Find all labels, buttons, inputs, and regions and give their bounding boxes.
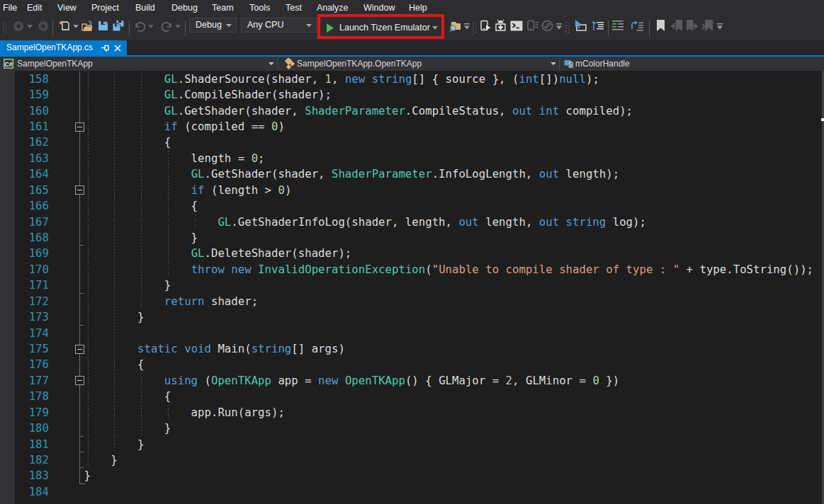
- profiler-button[interactable]: [541, 20, 553, 32]
- menu-window[interactable]: Window: [363, 0, 395, 16]
- pin-tab-icon[interactable]: [101, 45, 109, 52]
- menu-file[interactable]: File: [3, 0, 17, 16]
- next-bookmark-button[interactable]: [686, 20, 699, 32]
- format-indent-button[interactable]: [612, 21, 624, 31]
- document-outline-button[interactable]: [590, 19, 604, 33]
- code-line-169[interactable]: 169 GL.DeleteShader(shader);: [0, 246, 824, 261]
- find-in-files-button[interactable]: [449, 20, 462, 33]
- save-button[interactable]: [98, 21, 108, 31]
- code-editor[interactable]: 158 GL.ShaderSource(shader, 1, new strin…: [0, 71, 824, 504]
- navbar-separator: [278, 57, 278, 70]
- menu-edit[interactable]: Edit: [27, 0, 43, 16]
- menu-debug[interactable]: Debug: [171, 0, 198, 16]
- new-file-dropdown-icon[interactable]: [73, 25, 79, 29]
- fold-collapse-toggle[interactable]: [75, 122, 84, 132]
- device-log-button[interactable]: [526, 20, 538, 32]
- navigate-backward-dropdown-icon[interactable]: [27, 25, 33, 29]
- tab-title: SampelOpenTKApp.cs: [6, 40, 93, 55]
- menu-test[interactable]: Test: [286, 0, 302, 16]
- solution-platform-combo[interactable]: Any CPU: [241, 18, 317, 33]
- code-line-159[interactable]: 159 GL.CompileShader(shader);: [0, 87, 824, 103]
- line-number: 179: [0, 405, 49, 420]
- line-number: 164: [0, 166, 49, 182]
- code-line-180[interactable]: 180 }: [0, 420, 824, 436]
- menu-project[interactable]: Project: [91, 0, 119, 16]
- find-dropdown-icon[interactable]: [464, 23, 470, 30]
- code-line-161[interactable]: 161 if (compiled == 0): [0, 119, 824, 134]
- code-line-170[interactable]: 170 throw new InvalidOperationException(…: [0, 262, 824, 277]
- code-line-158[interactable]: 158 GL.ShaderSource(shader, 1, new strin…: [0, 71, 824, 87]
- redo-dropdown-icon[interactable]: [175, 25, 181, 29]
- line-number: 175: [0, 341, 49, 357]
- code-line-181[interactable]: 181 }: [0, 437, 824, 452]
- code-line-183[interactable]: 183}: [0, 468, 824, 483]
- code-text: if (compiled == 0): [84, 119, 285, 134]
- menu-help[interactable]: Help: [409, 0, 427, 16]
- code-text: GL.DeleteShader(shader);: [84, 246, 352, 261]
- navigate-backward-button[interactable]: [13, 21, 24, 32]
- line-number: 172: [0, 294, 49, 309]
- fold-collapse-toggle[interactable]: [75, 376, 84, 385]
- fold-collapse-toggle[interactable]: [75, 185, 84, 195]
- code-line-171[interactable]: 171 }: [0, 277, 824, 293]
- tizen-dropdown-icon[interactable]: [556, 23, 563, 30]
- code-line-167[interactable]: 167 GL.GetShaderInfoLog(shader, length, …: [0, 214, 824, 230]
- code-line-173[interactable]: 173 }: [0, 309, 824, 325]
- previous-bookmark-button[interactable]: [670, 20, 683, 32]
- menu-tools[interactable]: Tools: [249, 0, 270, 16]
- tizen-package-manager-button[interactable]: [495, 19, 507, 32]
- navbar-separator: [559, 57, 560, 70]
- code-line-163[interactable]: 163 length = 0;: [0, 151, 824, 166]
- code-line-178[interactable]: 178 {: [0, 389, 824, 404]
- menu-team[interactable]: Team: [212, 0, 234, 16]
- menu-analyze[interactable]: Analyze: [317, 0, 348, 16]
- code-line-176[interactable]: 176 {: [0, 357, 824, 372]
- tizen-sdb-terminal-button[interactable]: [510, 21, 523, 31]
- svg-text:C#: C#: [4, 61, 13, 68]
- code-line-182[interactable]: 182 }: [0, 452, 824, 468]
- code-line-168[interactable]: 168 }: [0, 230, 824, 246]
- solution-configuration-combo[interactable]: Debug: [189, 18, 237, 33]
- code-line-160[interactable]: 160 GL.GetShader(shader, ShaderParameter…: [0, 103, 824, 119]
- save-all-button[interactable]: [112, 19, 125, 32]
- menu-view[interactable]: View: [57, 0, 77, 16]
- fold-scope-line: [79, 71, 80, 484]
- clear-bookmarks-button[interactable]: [701, 20, 714, 32]
- fold-collapse-toggle[interactable]: [75, 345, 84, 354]
- launch-emulator-device-button[interactable]: [480, 20, 492, 32]
- document-tab[interactable]: SampelOpenTKApp.cs: [0, 40, 127, 55]
- code-text: }: [84, 309, 145, 325]
- close-tab-icon[interactable]: [114, 45, 121, 52]
- code-line-175[interactable]: 175 static void Main(string[] args): [0, 341, 824, 357]
- code-text: }: [84, 437, 145, 452]
- code-text: using (OpenTKApp app = new OpenTKApp() {…: [84, 373, 620, 389]
- code-text: }: [84, 277, 171, 293]
- code-line-162[interactable]: 162 {: [0, 134, 824, 150]
- code-line-165[interactable]: 165 if (length > 0): [0, 183, 824, 198]
- bookmark-dropdown-icon[interactable]: [717, 23, 723, 30]
- new-file-button[interactable]: [58, 20, 70, 32]
- code-line-177[interactable]: 177 using (OpenTKApp app = new OpenTKApp…: [0, 373, 824, 389]
- open-file-button[interactable]: [81, 20, 94, 32]
- code-line-164[interactable]: 164 GL.GetShader(shader, ShaderParameter…: [0, 166, 824, 182]
- line-number: 173: [0, 309, 49, 325]
- code-line-172[interactable]: 172 return shader;: [0, 294, 824, 309]
- navigate-forward-button[interactable]: [38, 21, 49, 32]
- code-line-166[interactable]: 166 {: [0, 198, 824, 214]
- undo-button[interactable]: [134, 21, 146, 32]
- code-text: app.Run(args);: [84, 405, 285, 420]
- undo-dropdown-icon[interactable]: [148, 25, 154, 29]
- indent-guide: [88, 326, 89, 341]
- menu-build[interactable]: Build: [135, 0, 155, 16]
- redo-button[interactable]: [161, 21, 173, 32]
- code-line-174[interactable]: 174: [0, 326, 824, 341]
- code-text: return shader;: [84, 294, 259, 309]
- navigation-bar: C# SampelOpenTKApp SampelOpenTKApp.OpenT…: [0, 57, 824, 71]
- navigate-to-button[interactable]: [572, 19, 587, 33]
- format-document-button[interactable]: [631, 20, 644, 31]
- code-line-179[interactable]: 179 app.Run(args);: [0, 405, 824, 420]
- launch-tizen-emulator-button[interactable]: Launch Tizen Emulator: [320, 17, 441, 39]
- toggle-bookmark-button[interactable]: [655, 20, 666, 32]
- code-line-184[interactable]: 184: [0, 484, 824, 500]
- scrollbar-caret-marker: [821, 118, 824, 121]
